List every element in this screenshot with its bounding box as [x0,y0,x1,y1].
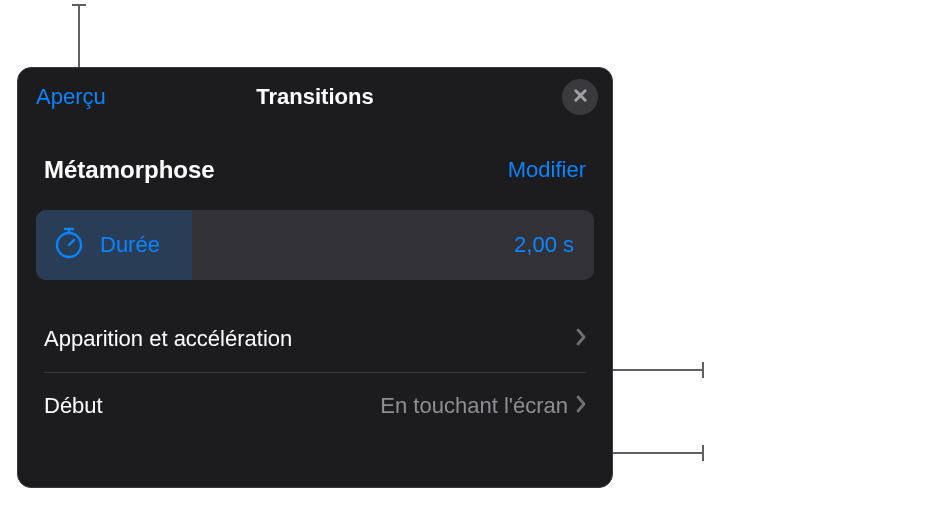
chevron-right-icon [576,395,586,417]
callout-line [72,4,86,6]
close-button[interactable] [562,79,598,115]
callout-line [702,362,704,378]
popover-header: Aperçu Transitions [18,68,612,126]
start-value: En touchant l'écran [380,393,568,419]
callout-line [78,5,80,67]
chevron-right-icon [576,328,586,350]
close-icon [573,88,588,106]
svg-line-3 [69,240,74,245]
easing-label: Apparition et accélération [44,326,292,352]
easing-row[interactable]: Apparition et accélération [18,306,612,372]
callout-line [702,445,704,461]
preview-button[interactable]: Aperçu [36,84,106,110]
duration-value: 2,00 s [514,232,574,258]
popover-title: Transitions [256,84,373,110]
callout-line [598,369,703,371]
modify-button[interactable]: Modifier [508,157,586,183]
start-row[interactable]: Début En touchant l'écran [18,373,612,439]
transitions-popover: Aperçu Transitions Métamorphose Modifier… [17,67,613,488]
stopwatch-icon [52,226,86,264]
transition-name-row: Métamorphose Modifier [18,126,612,202]
callout-line [598,452,703,454]
duration-fill: Durée [36,210,192,280]
duration-label: Durée [100,232,160,258]
duration-slider[interactable]: Durée 2,00 s [36,210,594,280]
start-label: Début [44,393,103,419]
transition-name: Métamorphose [44,156,215,184]
